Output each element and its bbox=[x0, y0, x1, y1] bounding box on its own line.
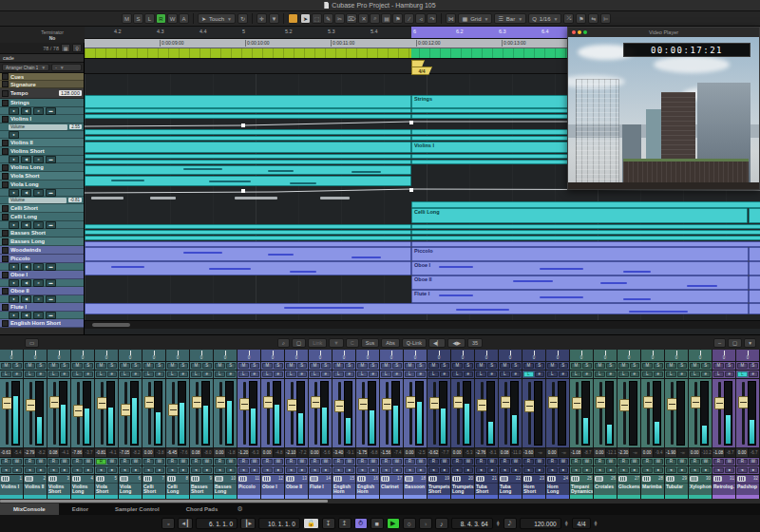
peak-value[interactable]: -∞ bbox=[630, 448, 640, 457]
mute-button[interactable]: M bbox=[713, 363, 724, 369]
midi-event[interactable]: Oboe II bbox=[411, 276, 749, 290]
pan-control[interactable]: 0 bbox=[380, 350, 403, 362]
record-enable-button[interactable]: ● bbox=[226, 467, 237, 473]
mute-button[interactable]: M bbox=[571, 363, 581, 369]
write-automation-button[interactable]: W bbox=[725, 459, 735, 465]
edit-channel-button[interactable]: e bbox=[33, 263, 44, 271]
monitor-button[interactable]: ◂ bbox=[1, 467, 11, 473]
comp-tool[interactable]: ▤ bbox=[381, 13, 391, 24]
erase-tool[interactable]: ⌦ bbox=[346, 13, 357, 24]
fader-db-value[interactable]: 0.00 bbox=[404, 448, 416, 457]
pan-control[interactable]: 0 bbox=[142, 350, 165, 362]
write-automation-button[interactable]: W bbox=[345, 459, 355, 465]
edit-channel-button[interactable]: e bbox=[297, 371, 308, 377]
edit-channel-button[interactable]: e bbox=[60, 371, 70, 377]
peak-value[interactable]: -8.2 bbox=[131, 448, 142, 457]
pan-control[interactable]: 0 bbox=[190, 350, 213, 362]
peak-value[interactable]: -11.0 bbox=[511, 448, 522, 457]
video-title-bar[interactable]: Video Player bbox=[568, 28, 759, 37]
mute-button[interactable]: M bbox=[452, 363, 463, 369]
grid-type-dropdown[interactable]: ☰ Bar▼ bbox=[494, 13, 526, 24]
mute-button[interactable]: M bbox=[428, 363, 439, 369]
solo-button[interactable]: S bbox=[416, 363, 427, 369]
mute-button[interactable]: M bbox=[500, 363, 510, 369]
peak-value[interactable]: -7.2 bbox=[297, 448, 308, 457]
mute-button[interactable]: M bbox=[215, 363, 225, 369]
edit-channel-button[interactable]: e bbox=[226, 371, 237, 377]
edit-channel-button[interactable]: e bbox=[416, 371, 427, 377]
pan-control[interactable]: 0 bbox=[451, 350, 474, 362]
record-enable-button[interactable]: ● bbox=[274, 467, 284, 473]
midi-event[interactable] bbox=[85, 108, 411, 113]
pan-control[interactable]: 0 bbox=[356, 350, 379, 362]
write-automation-button[interactable]: W bbox=[250, 459, 260, 465]
solo-button[interactable]: S bbox=[701, 363, 712, 369]
edit-channel-button[interactable]: e bbox=[33, 107, 44, 115]
inspector-title[interactable]: cade bbox=[0, 54, 84, 63]
monitor-button[interactable]: ◂ bbox=[120, 467, 130, 473]
solo-button[interactable]: S bbox=[369, 363, 379, 369]
fader-db-value[interactable]: -7.86 bbox=[71, 448, 84, 457]
track-search-icon[interactable]: ⚲ bbox=[72, 44, 82, 52]
listen-button[interactable]: L bbox=[238, 371, 249, 377]
peak-value[interactable]: -2.5 bbox=[416, 448, 427, 457]
solo-button[interactable]: S bbox=[511, 363, 522, 369]
channel-name-box[interactable]: 24Horn Long bbox=[546, 475, 569, 499]
read-automation-button[interactable]: R bbox=[500, 459, 510, 465]
suspend-automation-button[interactable]: ↻ bbox=[238, 13, 248, 24]
monitor-button[interactable]: ◂ bbox=[25, 467, 35, 473]
peak-value[interactable]: -1.8 bbox=[226, 448, 237, 457]
midi-event[interactable] bbox=[411, 201, 760, 208]
fader-db-value[interactable]: -3.40 bbox=[332, 448, 345, 457]
edit-channel-button[interactable]: e bbox=[33, 189, 44, 197]
abs-button[interactable]: Abs bbox=[381, 338, 399, 348]
signature-stepper[interactable]: ▲▼ bbox=[594, 521, 598, 526]
midi-event[interactable] bbox=[85, 176, 411, 186]
record-enable-button[interactable]: ● bbox=[107, 467, 118, 473]
listen-button[interactable]: L bbox=[405, 371, 415, 377]
track-row[interactable]: Viola Long bbox=[0, 180, 84, 189]
maximize-pane-icon[interactable]: ▢ bbox=[728, 338, 742, 348]
mute-button[interactable]: M bbox=[167, 363, 178, 369]
marker-flag[interactable] bbox=[411, 60, 425, 67]
edit-channel-button[interactable]: e bbox=[582, 371, 593, 377]
fader-db-value[interactable]: -2.79 bbox=[24, 448, 36, 457]
mute-button[interactable]: M bbox=[333, 363, 344, 369]
record-enable-button[interactable]: ● bbox=[9, 131, 19, 139]
solo-button[interactable]: S bbox=[559, 363, 569, 369]
listen-button[interactable]: L bbox=[595, 371, 605, 377]
peak-value[interactable]: -4.8 bbox=[274, 448, 284, 457]
monitor-dim-icon[interactable]: ◑ bbox=[419, 518, 432, 529]
midi-event[interactable] bbox=[749, 303, 760, 314]
mute-button[interactable]: M bbox=[286, 363, 296, 369]
peak-value[interactable]: -8.2 bbox=[36, 448, 47, 457]
pan-control[interactable]: 0 bbox=[24, 350, 47, 362]
arrange-hscrollbar[interactable] bbox=[85, 320, 760, 329]
monitor-button[interactable]: ◂ bbox=[238, 467, 249, 473]
record-enable-button[interactable]: ● bbox=[60, 467, 70, 473]
midi-event[interactable]: Oboe I bbox=[411, 261, 749, 276]
read-automation-button[interactable]: R bbox=[547, 459, 558, 465]
channel-next-button[interactable]: ◀▶ bbox=[447, 338, 465, 348]
listen-button[interactable]: L bbox=[357, 371, 368, 377]
monitor-button[interactable]: ◂ bbox=[571, 467, 581, 473]
channel-name-box[interactable]: 22Tuba Long bbox=[499, 475, 522, 499]
channel-name-box[interactable]: 27Glockens bbox=[618, 475, 640, 499]
edit-channel-button[interactable]: e bbox=[677, 371, 688, 377]
edit-channel-button[interactable]: e bbox=[131, 371, 142, 377]
track-row[interactable]: Violins Short bbox=[0, 147, 84, 156]
edit-channel-button[interactable]: e bbox=[33, 312, 44, 319]
peak-value[interactable]: -∞ bbox=[559, 448, 569, 457]
pan-control[interactable]: 0 bbox=[641, 350, 664, 362]
midi-event[interactable] bbox=[85, 95, 411, 108]
midi-event[interactable] bbox=[85, 247, 411, 261]
automation-l-button[interactable]: L bbox=[144, 13, 155, 24]
mute-button[interactable]: M bbox=[618, 363, 629, 369]
write-automation-button[interactable]: W bbox=[654, 459, 664, 465]
edit-channel-button[interactable]: e bbox=[559, 371, 569, 377]
midi-event[interactable] bbox=[411, 224, 760, 229]
midi-event[interactable]: Flute I bbox=[411, 290, 749, 303]
read-automation-button[interactable]: R bbox=[333, 459, 344, 465]
tab-mixconsole[interactable]: MixConsole bbox=[0, 504, 59, 515]
fader-db-value[interactable]: -1.08 bbox=[570, 448, 582, 457]
